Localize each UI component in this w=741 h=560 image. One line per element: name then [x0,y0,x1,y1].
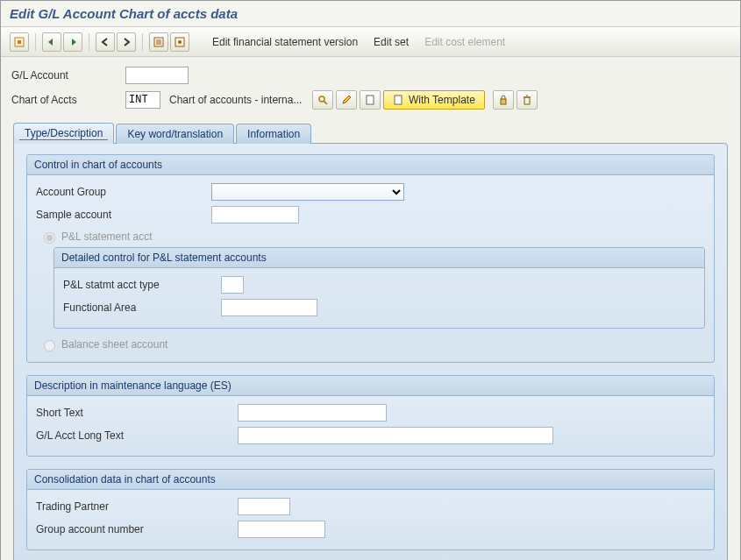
pl-type-input[interactable] [221,276,244,294]
functional-area-row: Functional Area [63,296,695,319]
tab-type-description-label: Type/Description [25,127,103,139]
pl-type-row: P&L statmt acct type [63,273,695,296]
next-record-icon[interactable] [117,32,136,52]
prev-record-icon[interactable] [96,32,115,52]
group-control-in-chart: Control in chart of accounts Account Gro… [26,154,715,363]
group-account-label: Group account number [36,523,238,535]
tab-strip: Type/Description Key word/translation In… [13,121,728,144]
functional-area-label: Functional Area [63,301,221,314]
group-consolidation: Consolidation data in chart of accounts … [26,469,715,550]
radio-pl-statement-label: P&L statement acct [61,230,153,243]
radio-balance-sheet-label: Balance sheet account [61,338,167,351]
long-text-label: G/L Acct Long Text [36,429,238,442]
gl-account-row: G/L Account [11,66,730,85]
sample-account-label: Sample account [36,209,211,221]
sample-account-row: Sample account [36,203,705,226]
long-text-row: G/L Acct Long Text [36,424,705,447]
app-toolbar: Edit financial statement version Edit se… [1,27,740,57]
lock-icon[interactable] [493,90,514,110]
where-used-icon[interactable] [170,32,189,52]
svg-rect-13 [524,97,530,104]
svg-line-9 [324,102,327,104]
svg-rect-12 [501,99,506,104]
chart-of-accts-description: Chart of accounts - interna... [169,94,310,106]
svg-rect-11 [395,96,402,104]
gl-account-label: G/L Account [11,69,125,82]
sample-account-input[interactable] [211,206,299,223]
chart-of-accts-row: Chart of Accts Chart of accounts - inter… [11,90,730,110]
tab-information[interactable]: Information [236,124,311,144]
trading-partner-label: Trading Partner [36,500,238,513]
group-consolidation-title: Consolidation data in chart of accounts [27,470,714,490]
page-title: Edit G/L Account Chart of accts data [1,1,740,27]
separator [35,33,36,51]
display-icon[interactable] [312,90,333,110]
chart-of-accts-label: Chart of Accts [11,94,125,106]
subgroup-pl-detail: Detailed control for P&L statement accou… [53,247,705,329]
svg-point-6 [178,40,182,44]
tabs-area: Type/Description Key word/translation In… [1,120,740,560]
radio-balance-sheet-input [44,340,55,351]
edit-cost-element-button: Edit cost element [417,33,512,51]
trading-partner-input[interactable] [238,498,290,515]
subgroup-pl-title: Detailed control for P&L statement accou… [54,248,704,268]
with-template-label: With Template [409,94,475,106]
functional-area-input[interactable] [221,299,317,316]
tab-keyword-translation[interactable]: Key word/translation [116,124,234,144]
separator [89,33,89,51]
group-account-input[interactable] [238,521,325,538]
trading-partner-row: Trading Partner [36,495,705,518]
short-text-input[interactable] [238,404,387,422]
tab-type-description[interactable]: Type/Description [13,123,114,144]
separator [142,33,143,51]
active-tab-indicator [19,139,108,140]
group-account-row: Group account number [36,518,705,541]
radio-pl-statement: P&L statement acct [39,230,705,244]
short-text-label: Short Text [36,407,238,419]
chart-of-accts-input[interactable] [125,91,160,109]
display-log-icon[interactable] [149,32,168,52]
create-icon[interactable] [360,90,381,110]
header-area: G/L Account Chart of Accts Chart of acco… [1,57,740,120]
edit-set-button[interactable]: Edit set [367,33,416,51]
short-text-row: Short Text [36,401,705,424]
edit-financial-statement-button[interactable]: Edit financial statement version [205,33,365,51]
tab-panel-type-description: Control in chart of accounts Account Gro… [13,143,728,560]
radio-balance-sheet: Balance sheet account [39,337,705,351]
long-text-input[interactable] [238,427,553,444]
gl-account-input[interactable] [125,67,189,84]
pl-type-label: P&L statmt acct type [63,279,221,291]
group-description-title: Description in maintenance language (ES) [27,376,714,396]
change-icon[interactable] [336,90,357,110]
next-screen-icon[interactable] [63,32,82,52]
document-icon [393,95,403,105]
app-window: Edit G/L Account Chart of accts data Edi… [0,0,741,560]
previous-screen-icon[interactable] [42,32,61,52]
other-object-icon[interactable] [10,32,29,52]
group-control-title: Control in chart of accounts [27,155,714,175]
account-group-select[interactable] [211,183,404,201]
svg-rect-10 [367,96,374,104]
delete-icon[interactable] [517,90,538,110]
account-group-label: Account Group [36,186,211,198]
radio-pl-statement-input [44,232,55,244]
account-group-row: Account Group [36,181,705,203]
with-template-button[interactable]: With Template [383,90,485,110]
group-description: Description in maintenance language (ES)… [26,375,715,457]
